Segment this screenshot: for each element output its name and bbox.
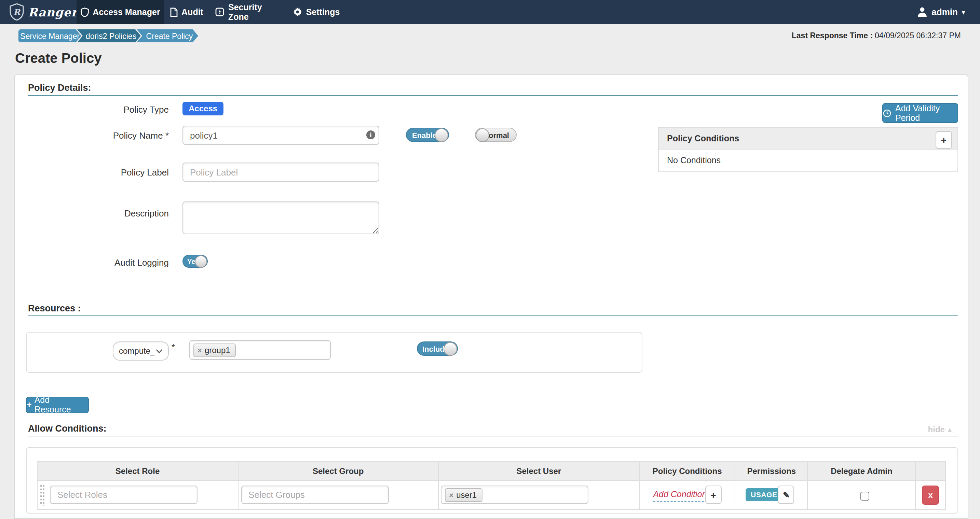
delegate-admin-checkbox[interactable] [861, 492, 870, 501]
nav-audit[interactable]: Audit [165, 0, 208, 24]
include-toggle[interactable]: Include [417, 341, 458, 356]
resources-divider [28, 316, 958, 316]
policy-conditions-empty: No Conditions [659, 149, 958, 171]
enabled-toggle[interactable]: Enabled [406, 128, 449, 142]
cell-delegate-admin [808, 481, 916, 509]
remove-chip-icon[interactable]: × [449, 490, 453, 499]
nav-label: Audit [181, 7, 203, 17]
user-menu[interactable]: admin ▾ [917, 0, 965, 24]
allow-conditions-divider [28, 436, 958, 436]
breadcrumb-label: Create Policy [142, 32, 193, 40]
plus-icon: + [710, 489, 716, 500]
audit-logging-toggle[interactable]: Yes [183, 255, 208, 268]
add-conditions-plus-button[interactable]: + [705, 486, 721, 504]
col-permissions: Permissions [736, 462, 808, 480]
remove-chip-icon[interactable]: × [197, 346, 202, 354]
delete-row-button[interactable]: x [922, 486, 939, 505]
policy-conditions-header: Policy Conditions + [659, 128, 958, 149]
description-label: Description [27, 208, 169, 219]
plus-icon: + [27, 400, 32, 410]
cell-select-user: × user1 [439, 481, 640, 509]
select-user-input[interactable]: × user1 [441, 486, 589, 504]
nav-label: Security Zone [228, 2, 283, 22]
col-actions [916, 462, 945, 480]
top-navbar: R Ranger Access Manager Audit Security Z… [0, 0, 980, 24]
shield-icon [80, 7, 89, 17]
chevron-down-icon [156, 349, 163, 353]
policy-type-label: Policy Type [27, 105, 169, 115]
policy-label-label: Policy Label [27, 167, 169, 178]
hide-section-link[interactable]: hide ▴ [928, 425, 951, 434]
allow-conditions-table: Select Role Select Group Select User Pol… [37, 461, 946, 510]
user-name: admin [931, 7, 958, 17]
info-icon[interactable]: i [366, 130, 375, 139]
description-textarea[interactable] [183, 202, 379, 234]
add-resource-label: Add Resource [35, 395, 88, 414]
col-select-user: Select User [439, 462, 640, 480]
add-validity-period-label: Add Validity Period [895, 103, 958, 122]
pencil-icon: ✎ [783, 490, 790, 500]
page-title: Create Policy [15, 51, 102, 66]
cell-permissions: USAGE ✎ [736, 481, 808, 509]
hide-label: hide [928, 425, 945, 434]
breadcrumb-service-manager[interactable]: Service Manager [19, 29, 81, 42]
plus-icon: + [941, 135, 947, 146]
cell-select-group [238, 481, 439, 509]
document-icon [170, 7, 177, 17]
user-icon [917, 6, 928, 17]
col-delegate-admin: Delegate Admin [808, 462, 916, 480]
policy-type-badge[interactable]: Access [183, 102, 223, 116]
policy-label-input[interactable] [183, 162, 379, 182]
nav-access-manager[interactable]: Access Manager [76, 0, 164, 24]
breadcrumb-label: doris2 Policies [82, 32, 136, 40]
select-roles-input[interactable] [50, 486, 197, 504]
ranger-brand[interactable]: R Ranger [10, 0, 78, 24]
policy-name-label: Policy Name * [27, 130, 169, 141]
edit-permissions-button[interactable]: ✎ [778, 486, 794, 504]
required-asterisk: * [172, 342, 175, 352]
table-header-row: Select Role Select Group Select User Pol… [38, 462, 945, 481]
policy-name-input[interactable] [183, 125, 379, 145]
nav-security-zone[interactable]: Security Zone [215, 0, 283, 24]
resources-heading: Resources : [28, 303, 81, 313]
breadcrumb-doris2-policies[interactable]: doris2 Policies [77, 29, 141, 42]
table-row: × user1 Add Conditions + USAGE ✎ [38, 481, 945, 509]
col-policy-conditions: Policy Conditions [640, 462, 736, 480]
cell-select-role [38, 481, 238, 509]
add-resource-button[interactable]: + Add Resource [26, 397, 89, 413]
add-conditions-link[interactable]: Add Conditions [653, 490, 711, 502]
normal-override-toggle[interactable]: Normal [475, 128, 517, 142]
caret-up-icon: ▴ [948, 426, 951, 433]
breadcrumb-create-policy[interactable]: Create Policy [137, 29, 198, 42]
brand-name: Ranger [28, 5, 78, 19]
last-response-time-value: 04/09/2025 06:32:37 PM [875, 32, 961, 40]
svg-text:R: R [13, 7, 21, 17]
policy-details-divider [28, 95, 958, 95]
bolt-icon [215, 8, 224, 16]
gear-icon [293, 8, 302, 16]
last-response-time-label: Last Response Time : [792, 32, 873, 40]
add-validity-period-button[interactable]: Add Validity Period [882, 103, 958, 123]
toggle-knob [476, 129, 489, 142]
user-chip: × user1 [445, 488, 482, 502]
resource-value-input[interactable]: × group1 [189, 340, 331, 360]
create-policy-page: R Ranger Access Manager Audit Security Z… [0, 0, 980, 519]
resource-type-value: compute_g [119, 346, 154, 356]
permission-badge: USAGE [746, 488, 782, 501]
policy-conditions-panel: Policy Conditions + No Conditions [658, 127, 958, 172]
nav-label: Settings [306, 7, 340, 17]
add-condition-button[interactable]: + [935, 131, 952, 149]
toggle-knob [195, 256, 207, 268]
drag-handle[interactable] [40, 484, 45, 506]
resource-chip-label: group1 [205, 345, 230, 355]
caret-down-icon: ▾ [962, 8, 965, 15]
toggle-knob [444, 342, 457, 356]
ranger-logo-icon: R [10, 3, 24, 21]
user-chip-label: user1 [456, 490, 477, 500]
select-groups-input[interactable] [241, 486, 388, 504]
nav-settings[interactable]: Settings [292, 0, 341, 24]
cell-policy-conditions: Add Conditions + [640, 481, 736, 509]
last-response-time: Last Response Time :04/09/2025 06:32:37 … [792, 32, 961, 40]
resource-type-select[interactable]: compute_g [113, 341, 169, 360]
cell-actions: x [916, 481, 945, 509]
